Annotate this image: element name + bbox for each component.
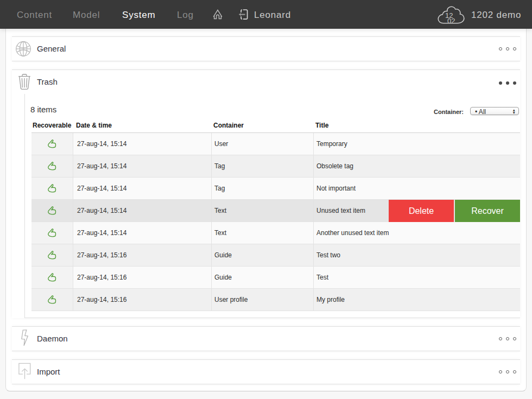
svg-text:02: 02 — [447, 17, 455, 24]
